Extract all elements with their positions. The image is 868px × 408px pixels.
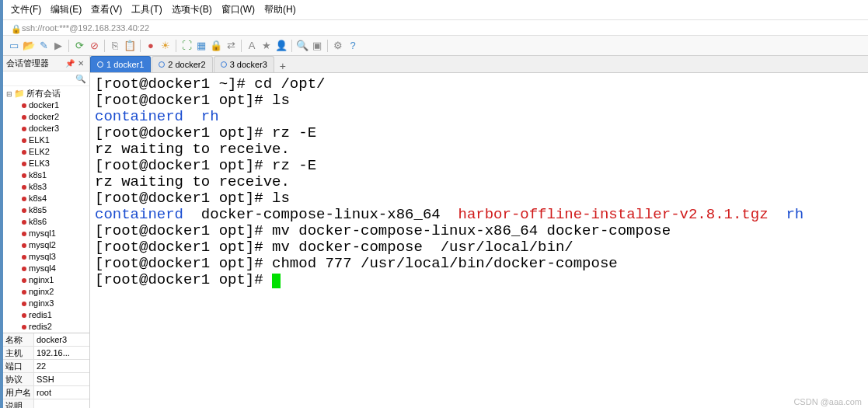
- terminal-text: docker-compose-linux-x86_64: [183, 206, 458, 223]
- menu-help[interactable]: 帮助(H): [264, 3, 296, 16]
- sidebar-item-mysql1[interactable]: mysql1: [3, 228, 89, 239]
- sidebar-item-label: mysql2: [29, 239, 56, 251]
- sidebar-item-k8s6[interactable]: k8s6: [3, 216, 89, 228]
- sidebar-item-docker2[interactable]: docker2: [3, 111, 89, 123]
- user-icon[interactable]: 👤: [275, 40, 288, 52]
- pin-icon[interactable]: 📌: [64, 58, 75, 69]
- sidebar-item-label: nginx3: [29, 298, 54, 309]
- tree-root[interactable]: ⊟ 📁 所有会话: [3, 88, 89, 99]
- tab-2-docker2[interactable]: 2 docker2: [152, 56, 212, 72]
- close-icon[interactable]: ✕: [75, 58, 86, 69]
- terminal-line: rz waiting to receive.: [95, 141, 863, 158]
- prop-value: 22: [34, 360, 89, 372]
- separator: [291, 40, 292, 52]
- terminal-text: [root@docker1 opt]# mv docker-compose /u…: [95, 239, 573, 256]
- status-dot: [22, 138, 26, 143]
- box-icon[interactable]: ▣: [311, 40, 323, 52]
- sidebar-item-nginx3[interactable]: nginx3: [3, 298, 89, 309]
- tab-1-docker1[interactable]: 1 docker1: [90, 56, 151, 72]
- new-tab-button[interactable]: +: [275, 60, 291, 72]
- text-icon[interactable]: A: [246, 40, 258, 52]
- terminal-text: containerd rh: [95, 108, 219, 125]
- copy-icon[interactable]: ⎘: [109, 40, 121, 52]
- sidebar-item-label: mysql3: [29, 251, 56, 263]
- menu-edit[interactable]: 编辑(E): [51, 3, 82, 16]
- status-dot: [22, 150, 26, 155]
- paste-icon[interactable]: 📋: [124, 40, 136, 52]
- status-dot: [22, 267, 26, 271]
- reconnect-icon[interactable]: ⟳: [73, 40, 85, 52]
- cursor: [272, 274, 281, 288]
- star-icon[interactable]: ★: [260, 40, 273, 52]
- disconnect-icon[interactable]: ⊘: [88, 40, 100, 52]
- sidebar-item-k8s3[interactable]: k8s3: [3, 181, 89, 193]
- sun-icon[interactable]: ☀: [159, 40, 172, 52]
- status-dot: [22, 313, 26, 318]
- tab-label: 3 docker3: [230, 60, 267, 69]
- sidebar-item-docker1[interactable]: docker1: [3, 99, 89, 111]
- sidebar-item-redis1[interactable]: redis1: [3, 309, 89, 321]
- terminal-text: [root@docker1 opt]# rz -E: [95, 124, 316, 141]
- menu-tabs[interactable]: 选项卡(B): [172, 3, 212, 16]
- help-icon[interactable]: ?: [347, 40, 359, 52]
- prop-row: 主机192.16...: [3, 347, 89, 360]
- sidebar-item-label: k8s4: [29, 193, 47, 204]
- collapse-icon[interactable]: ⊟: [6, 90, 12, 98]
- main-area: 会话管理器 📌 ✕ ⊟ 📁 所有会话 docker1docker2docker3…: [3, 56, 868, 408]
- filter-input[interactable]: [6, 75, 86, 84]
- sidebar-item-label: docker3: [29, 123, 59, 134]
- terminal-text: [root@docker1 opt]# rz -E: [95, 157, 316, 174]
- search-icon[interactable]: 🔍: [296, 40, 309, 52]
- terminal[interactable]: [root@docker1 ~]# cd /opt/[root@docker1 …: [90, 73, 868, 408]
- menu-file[interactable]: 文件(F): [11, 3, 41, 16]
- sidebar-item-redis2[interactable]: redis2: [3, 321, 89, 333]
- status-dot: [22, 197, 26, 201]
- terminal-line: [root@docker1 opt]# mv docker-compose /u…: [95, 239, 863, 256]
- terminal-text: rh: [786, 206, 804, 223]
- gear-icon[interactable]: ⚙: [332, 40, 344, 52]
- sidebar-item-ELK1[interactable]: ELK1: [3, 134, 89, 146]
- sidebar-item-label: nginx2: [29, 286, 54, 298]
- sidebar-item-mysql3[interactable]: mysql3: [3, 251, 89, 263]
- sidebar-item-ELK3[interactable]: ELK3: [3, 158, 89, 169]
- sidebar-item-ELK2[interactable]: ELK2: [3, 146, 89, 158]
- sidebar-item-label: redis1: [29, 309, 52, 321]
- sidebar-filter[interactable]: [3, 71, 89, 86]
- session-tree[interactable]: ⊟ 📁 所有会话 docker1docker2docker3ELK1ELK2EL…: [3, 86, 89, 333]
- sidebar-item-k8s5[interactable]: k8s5: [3, 204, 89, 216]
- open-icon[interactable]: 📂: [23, 40, 35, 52]
- prop-label: 协议: [3, 373, 34, 385]
- tab-bar: 1 docker12 docker23 docker3 +: [90, 56, 868, 73]
- sidebar-item-mysql2[interactable]: mysql2: [3, 239, 89, 251]
- expand-icon[interactable]: ⛶: [180, 40, 193, 52]
- prop-row: 协议SSH: [3, 373, 89, 386]
- status-dot: [22, 290, 26, 295]
- terminal-line: containerd docker-compose-linux-x86_64 h…: [95, 207, 863, 223]
- record-icon[interactable]: ●: [145, 40, 157, 52]
- layout-icon[interactable]: ▦: [195, 40, 207, 52]
- new-session-icon[interactable]: ▭: [8, 40, 20, 52]
- menu-view[interactable]: 查看(V): [91, 3, 122, 16]
- prop-row: 端口22: [3, 360, 89, 373]
- terminal-text: [root@docker1 ~]# cd /opt/: [95, 75, 325, 92]
- sidebar-item-mysql4[interactable]: mysql4: [3, 263, 89, 274]
- terminal-text: harbor-offline-installer-v2.8.1.tgz: [458, 206, 769, 223]
- shell-icon[interactable]: ▶: [52, 40, 64, 52]
- write-icon[interactable]: ✎: [37, 40, 50, 52]
- sidebar-item-k8s4[interactable]: k8s4: [3, 193, 89, 204]
- address-text[interactable]: ssh://root:***@192.168.233.40:22: [22, 23, 149, 33]
- lock-tool-icon[interactable]: 🔒: [210, 40, 222, 52]
- sidebar-item-nginx2[interactable]: nginx2: [3, 286, 89, 298]
- sidebar-item-k8s1[interactable]: k8s1: [3, 169, 89, 181]
- terminal-text: rz waiting to receive.: [95, 173, 290, 190]
- terminal-line: [root@docker1 opt]#: [95, 272, 863, 288]
- menu-tools[interactable]: 工具(T): [131, 3, 162, 16]
- sidebar-item-nginx1[interactable]: nginx1: [3, 274, 89, 286]
- sftp-icon[interactable]: ⇄: [225, 40, 237, 52]
- sidebar-item-docker3[interactable]: docker3: [3, 123, 89, 134]
- sidebar-item-label: k8s6: [29, 216, 47, 228]
- terminal-text: [root@docker1 opt]# mv docker-compose-li…: [95, 222, 671, 239]
- tab-3-docker3[interactable]: 3 docker3: [214, 56, 274, 72]
- content: 1 docker12 docker23 docker3 + [root@dock…: [90, 56, 868, 408]
- menu-window[interactable]: 窗口(W): [221, 3, 255, 16]
